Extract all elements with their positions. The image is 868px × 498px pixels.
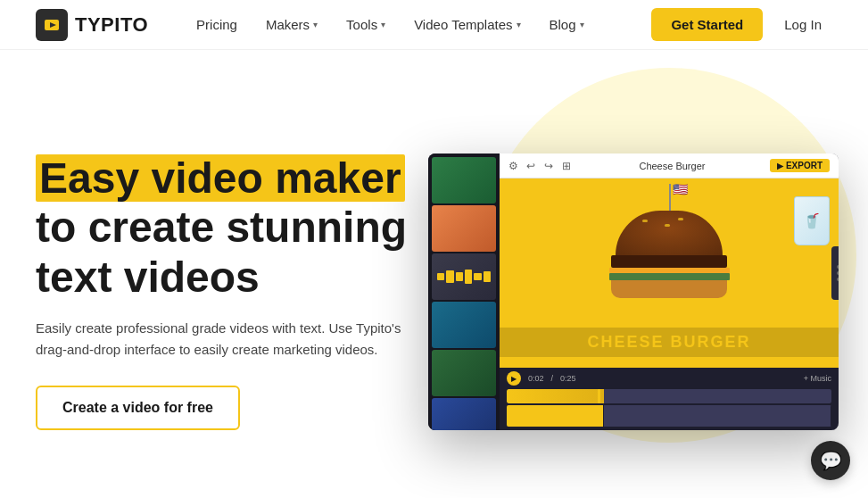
track-progress: [507, 389, 831, 403]
get-started-button[interactable]: Get Started: [651, 8, 763, 41]
nav-pricing[interactable]: Pricing: [184, 10, 250, 39]
media-thumb-sunset: [432, 205, 496, 252]
hero-title-line3: text videos: [36, 253, 260, 301]
media-thumb-blue: [432, 398, 496, 430]
editor-main: ⚙ ↩ ↪ ⊞ Cheese Burger ▶ EXPORT: [500, 154, 839, 430]
time-total: 0:25: [560, 374, 576, 383]
handle-dot: [837, 278, 839, 281]
sesame: [678, 218, 683, 220]
nav-links: Pricing Makers ▾ Tools ▾ Video Templates…: [184, 10, 651, 39]
create-video-button[interactable]: Create a video for free: [36, 386, 240, 430]
hero-title-highlight: Easy video maker: [36, 154, 405, 202]
bun-top: 🇺🇸: [616, 211, 723, 255]
handle-dots: [837, 265, 839, 281]
audio-wave: [437, 268, 491, 286]
play-button[interactable]: ▶: [507, 371, 521, 386]
hero-title: Easy video maker to create stunning text…: [36, 154, 428, 302]
timeline-controls: ▶ 0:02 / 0:25 + Music: [500, 368, 839, 389]
undo-icon: ↩: [526, 160, 539, 172]
export-button[interactable]: ▶ EXPORT: [770, 159, 830, 172]
drink-cup: 🥤: [794, 196, 830, 245]
wave-bar: [437, 273, 444, 280]
time-current: 0:02: [528, 374, 544, 383]
logo-text: TYPITO: [75, 13, 148, 37]
lettuce-layer: [609, 273, 730, 280]
patty: [611, 255, 727, 268]
panel-handle[interactable]: [831, 246, 839, 300]
login-button[interactable]: Log In: [773, 10, 832, 39]
makers-chevron-icon: ▾: [313, 20, 318, 29]
playhead[interactable]: [598, 389, 600, 403]
nav-makers[interactable]: Makers ▾: [253, 10, 330, 39]
wave-bar: [446, 270, 453, 283]
hero-content: Easy video maker to create stunning text…: [36, 154, 428, 430]
sesame: [642, 220, 648, 222]
clip-dark[interactable]: [604, 405, 831, 427]
media-thumb-green: [432, 350, 496, 396]
wave-bar: [456, 272, 463, 281]
topbar-icons: ⚙ ↩ ↪ ⊞: [508, 160, 575, 172]
project-title: Cheese Burger: [639, 161, 705, 171]
wave-bar: [474, 273, 481, 280]
timeline-bar: ▶ 0:02 / 0:25 + Music: [500, 368, 839, 430]
canvas-text-overlay: CHEESE BURGER: [500, 328, 839, 357]
video-templates-chevron-icon: ▾: [517, 20, 521, 29]
nav-actions: Get Started Log In: [651, 8, 832, 41]
app-preview-window: ⚙ ↩ ↪ ⊞ Cheese Burger ▶ EXPORT: [428, 154, 839, 430]
nav-tools[interactable]: Tools ▾: [334, 10, 398, 39]
hero-preview: ⚙ ↩ ↪ ⊞ Cheese Burger ▶ EXPORT: [428, 86, 839, 498]
media-thumb-audio: [432, 253, 496, 300]
music-button[interactable]: + Music: [804, 374, 831, 383]
settings-icon: ⚙: [508, 160, 521, 172]
logo[interactable]: TYPITO: [36, 9, 148, 41]
hero-subtitle: Easily create professional grade videos …: [36, 318, 410, 361]
sesame: [665, 224, 670, 227]
flag-icon: 🇺🇸: [673, 182, 688, 196]
bun-bottom: [611, 280, 727, 298]
media-panel: [428, 154, 500, 430]
media-thumb-water: [432, 302, 496, 348]
handle-dot: [837, 265, 839, 269]
hero-title-line2: to create stunning: [36, 203, 407, 251]
wave-bar: [484, 271, 491, 282]
time-separator: /: [551, 374, 554, 383]
redo-icon: ↪: [544, 160, 557, 172]
grid-icon: ⊞: [562, 160, 575, 172]
tools-chevron-icon: ▾: [381, 20, 385, 29]
burger-image: 🇺🇸: [589, 211, 749, 336]
timeline-clips: [507, 405, 831, 427]
export-icon: ▶: [777, 162, 783, 170]
flag-pole: [669, 184, 671, 211]
editor-topbar: ⚙ ↩ ↪ ⊞ Cheese Burger ▶ EXPORT: [500, 154, 839, 178]
nav-video-templates[interactable]: Video Templates ▾: [401, 10, 533, 39]
hero-section: Easy video maker to create stunning text…: [0, 50, 868, 498]
media-thumb-nature: [432, 157, 496, 203]
nav-blog[interactable]: Blog ▾: [537, 10, 597, 39]
chat-support-button[interactable]: 💬: [811, 441, 850, 480]
wave-bar: [465, 270, 472, 284]
handle-dot: [837, 271, 839, 275]
navbar: TYPITO Pricing Makers ▾ Tools ▾ Video Te…: [0, 0, 868, 50]
timeline-track: [507, 389, 831, 403]
blog-chevron-icon: ▾: [580, 20, 584, 29]
chat-icon: 💬: [820, 450, 842, 471]
clip-yellow[interactable]: [507, 405, 604, 427]
canvas-area: 🇺🇸 🥤 CHEESE BURGER: [500, 178, 839, 368]
logo-icon: [36, 9, 68, 41]
